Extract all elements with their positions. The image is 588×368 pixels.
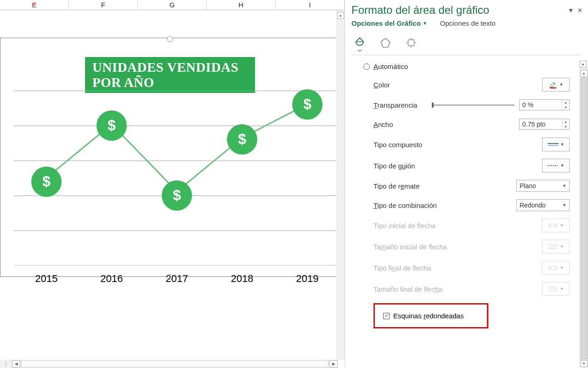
vertical-scrollbar[interactable]: ▲	[336, 10, 345, 360]
rounded-corners-checkbox[interactable]: ✓ Esquinas redondeadas	[373, 303, 488, 328]
x-axis-labels: 2015 2016 2017 2018 2019	[14, 273, 340, 285]
cap-type-label: Tipo de remate	[373, 182, 419, 190]
format-category-tabs	[345, 31, 588, 51]
pane-title: Formato del área del gráfico	[351, 4, 489, 17]
col-header[interactable]: E	[0, 0, 69, 10]
arrow-begin-type-label: Tipo inicial de flecha	[373, 222, 435, 230]
scroll-up-icon[interactable]: ▲	[581, 70, 588, 77]
chart-title[interactable]: UNIDADES VENDIDAS POR AÑO	[85, 57, 255, 93]
arrow-end-type-picker: ▼	[542, 261, 570, 275]
col-header[interactable]: F	[69, 0, 138, 10]
svg-text:$: $	[303, 96, 311, 112]
dollar-marker-icon: $	[227, 124, 257, 155]
width-label: Ancho	[373, 121, 393, 128]
horizontal-scrollbar[interactable]: ⋮ ◀ ▶	[0, 360, 338, 368]
format-pane: Formato del área del gráfico ▼ ✕ Opcione…	[345, 0, 588, 368]
compound-type-label: Tipo compuesto	[373, 141, 422, 149]
pane-outer-scrollbar[interactable]: ▲ ▼	[580, 69, 588, 368]
transparency-slider[interactable]	[432, 104, 514, 106]
scroll-left-icon[interactable]: ◀	[12, 360, 20, 368]
svg-rect-7	[550, 87, 556, 88]
scroll-up-icon[interactable]: ▲	[580, 61, 587, 68]
size-props-tab-icon[interactable]	[403, 34, 419, 51]
arrow-end-size-picker: ▼	[542, 282, 570, 296]
plot-area: $$$$$	[14, 91, 340, 265]
x-label: 2016	[79, 273, 144, 285]
arrow-end-size-label: Tamaño final de flecha	[373, 285, 442, 293]
dash-type-picker[interactable]: ▼	[542, 159, 570, 172]
dollar-marker-icon: $	[31, 167, 62, 197]
pane-options-icon[interactable]: ▼	[568, 7, 574, 14]
selection-handle-top[interactable]	[167, 36, 173, 42]
join-type-select[interactable]: Redondo▼	[516, 199, 570, 211]
scroll-up-icon[interactable]: ▲	[337, 12, 344, 19]
dollar-marker-icon: $	[162, 180, 192, 211]
svg-text:$: $	[173, 187, 181, 203]
arrow-begin-size-picker: ▼	[542, 240, 570, 253]
scroll-track[interactable]	[21, 360, 328, 368]
svg-marker-5	[381, 38, 390, 47]
col-header[interactable]: G	[138, 0, 207, 10]
chart-options-tab[interactable]: Opciones del Gráfico▼	[351, 19, 427, 27]
transparency-spinner[interactable]: 0 %▲▼	[519, 99, 570, 110]
svg-text:$: $	[42, 173, 51, 190]
arrow-end-type-label: Tipo final de flecha	[373, 264, 431, 272]
join-type-label: Tipo de combinación	[373, 201, 437, 209]
transparency-label: Transparencia	[373, 101, 417, 109]
arrow-begin-size-label: Tamaño inicial de flecha	[373, 243, 447, 251]
column-headers: E F G H I	[0, 0, 345, 10]
arrow-begin-type-picker: ▼	[542, 218, 570, 232]
x-label: 2017	[144, 273, 209, 285]
cap-type-select[interactable]: Plano▼	[516, 180, 570, 192]
scroll-thumb[interactable]	[581, 78, 588, 359]
width-spinner[interactable]: 0.75 pto▲▼	[519, 119, 570, 130]
text-options-tab[interactable]: Opciones de texto	[440, 19, 496, 27]
dollar-marker-icon: $	[292, 89, 322, 120]
x-label: 2019	[275, 273, 340, 285]
compound-type-picker[interactable]: ▼	[542, 138, 570, 151]
sheet-tab-resize[interactable]: ⋮	[0, 361, 12, 367]
chart-object[interactable]: UNIDADES VENDIDAS POR AÑO $$$$$ 2015 201…	[0, 10, 340, 288]
fill-line-tab-icon[interactable]	[351, 34, 368, 51]
x-label: 2015	[14, 273, 79, 285]
color-picker[interactable]: ▼	[542, 78, 570, 92]
svg-text:$: $	[107, 117, 116, 133]
effects-tab-icon[interactable]	[377, 34, 394, 51]
pane-close-icon[interactable]: ✕	[577, 7, 582, 14]
col-header[interactable]: I	[276, 0, 345, 10]
svg-rect-6	[408, 40, 414, 46]
chart-line-series	[14, 91, 340, 259]
scroll-right-icon[interactable]: ▶	[329, 360, 338, 368]
dollar-marker-icon: $	[96, 110, 127, 141]
color-label: Color	[373, 81, 390, 89]
x-label: 2018	[209, 273, 275, 285]
svg-text:$: $	[238, 131, 246, 147]
scroll-down-icon[interactable]: ▼	[581, 360, 588, 367]
x-axis	[14, 265, 340, 265]
worksheet-area: E F G H I UNIDADES VENDIDAS POR AÑO $$$$…	[0, 0, 345, 368]
col-header[interactable]: H	[207, 0, 276, 10]
dash-type-label: Tipo de guión	[373, 162, 415, 170]
automatic-radio[interactable]: Automático	[363, 63, 561, 70]
